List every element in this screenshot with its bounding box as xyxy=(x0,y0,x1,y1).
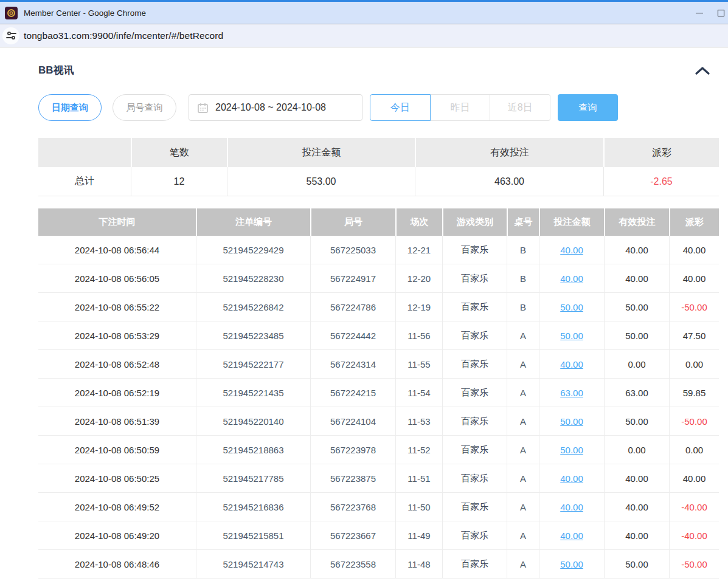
summary-header-valid-bet: 有效投注 xyxy=(415,138,603,167)
cell-game-type: 百家乐 xyxy=(442,407,507,436)
cell-round-id: 567225033 xyxy=(310,236,395,264)
table-row: 2024-10-08 06:53:29 521945223485 5672244… xyxy=(38,321,719,350)
quick-date-segmented-control: 今日 昨日 近8日 xyxy=(370,94,550,121)
cell-valid-bet: 40.00 xyxy=(604,493,669,521)
table-row: 2024-10-08 06:50:25 521945217785 5672238… xyxy=(38,464,719,493)
cell-payout: 40.00 xyxy=(669,464,719,493)
cell-bet-time: 2024-10-08 06:49:20 xyxy=(38,521,196,550)
bet-amount-link[interactable]: 40.00 xyxy=(560,473,583,484)
url-text[interactable]: tongbao31.com:9900/infe/mcenter/#/betRec… xyxy=(24,30,223,41)
last-8-days-segment[interactable]: 近8日 xyxy=(490,94,550,121)
date-query-tab[interactable]: 日期查询 xyxy=(38,94,102,121)
cell-session: 11-49 xyxy=(395,521,442,550)
bet-amount-link[interactable]: 50.00 xyxy=(560,416,583,427)
header-table-no: 桌号 xyxy=(507,208,539,236)
cell-round-id: 567224442 xyxy=(310,321,395,350)
bet-table-header-row: 下注时间 注单编号 局号 场次 游戏类别 桌号 投注金额 有效投注 派彩 xyxy=(38,208,719,236)
minimize-button[interactable] xyxy=(685,2,713,24)
header-bet-amount: 投注金额 xyxy=(539,208,604,236)
summary-bet-amount-value: 553.00 xyxy=(227,167,415,196)
round-query-tab[interactable]: 局号查询 xyxy=(113,94,176,121)
bet-amount-link[interactable]: 40.00 xyxy=(560,273,583,284)
cell-order-id: 521945216836 xyxy=(196,493,310,521)
bet-amount-link[interactable]: 50.00 xyxy=(560,331,583,341)
cell-bet-time: 2024-10-08 06:55:22 xyxy=(38,293,196,321)
cell-table-no: A xyxy=(507,321,539,350)
cell-order-id: 521945222177 xyxy=(196,350,310,379)
cell-game-type: 百家乐 xyxy=(442,493,507,521)
cell-game-type: 百家乐 xyxy=(442,521,507,550)
cell-game-type: 百家乐 xyxy=(442,264,507,293)
maximize-button[interactable] xyxy=(713,2,728,24)
cell-payout: -50.00 xyxy=(669,550,719,579)
bet-amount-link[interactable]: 40.00 xyxy=(560,502,583,512)
table-row: 2024-10-08 06:52:19 521945221435 5672242… xyxy=(38,379,719,407)
date-range-picker[interactable]: 2024-10-08 ~ 2024-10-08 xyxy=(189,94,362,121)
table-row: 2024-10-08 06:48:46 521945214743 5672235… xyxy=(38,550,719,579)
header-payout: 派彩 xyxy=(669,208,719,236)
bet-amount-link[interactable]: 50.00 xyxy=(560,445,583,455)
coin-icon xyxy=(7,9,15,17)
today-segment[interactable]: 今日 xyxy=(370,94,431,121)
header-round-id: 局号 xyxy=(310,208,395,236)
cell-table-no: A xyxy=(507,550,539,579)
cell-payout: 0.00 xyxy=(669,436,719,464)
url-bar[interactable]: tongbao31.com:9900/infe/mcenter/#/betRec… xyxy=(0,24,728,47)
table-row: 2024-10-08 06:50:59 521945218863 5672239… xyxy=(38,436,719,464)
cell-session: 11-53 xyxy=(395,407,442,436)
collapse-chevron-up-icon[interactable] xyxy=(695,66,710,75)
search-button[interactable]: 查询 xyxy=(558,94,618,121)
yesterday-segment[interactable]: 昨日 xyxy=(431,94,491,121)
table-row: 2024-10-08 06:56:05 521945228230 5672249… xyxy=(38,264,719,293)
summary-header-payout: 派彩 xyxy=(603,138,719,167)
cell-game-type: 百家乐 xyxy=(442,436,507,464)
bet-table-body: 2024-10-08 06:56:44 521945229429 5672250… xyxy=(38,236,719,579)
page-title: BB视讯 xyxy=(38,63,74,77)
cell-round-id: 567223875 xyxy=(310,464,395,493)
cell-valid-bet: 50.00 xyxy=(604,550,669,579)
cell-round-id: 567223667 xyxy=(310,521,395,550)
site-settings-button[interactable] xyxy=(2,27,19,44)
cell-valid-bet: 50.00 xyxy=(604,293,669,321)
cell-bet-time: 2024-10-08 06:53:29 xyxy=(38,321,196,350)
cell-payout: 0.00 xyxy=(669,350,719,379)
site-favicon xyxy=(5,7,18,19)
cell-payout: 40.00 xyxy=(669,264,719,293)
table-row: 2024-10-08 06:56:44 521945229429 5672250… xyxy=(38,236,719,264)
summary-header-row: 笔数 投注金额 有效投注 派彩 xyxy=(38,138,719,167)
cell-payout: -40.00 xyxy=(669,521,719,550)
cell-bet-time: 2024-10-08 06:50:25 xyxy=(38,464,196,493)
cell-payout: 47.50 xyxy=(669,321,719,350)
bet-amount-link[interactable]: 40.00 xyxy=(560,359,583,369)
cell-table-no: A xyxy=(507,407,539,436)
header-bet-time: 下注时间 xyxy=(38,208,196,236)
header-order-id: 注单编号 xyxy=(196,208,310,236)
cell-order-id: 521945221435 xyxy=(196,379,310,407)
bet-amount-link[interactable]: 63.00 xyxy=(560,388,583,398)
cell-round-id: 567224917 xyxy=(310,264,395,293)
bet-amount-link[interactable]: 40.00 xyxy=(560,245,583,255)
cell-session: 12-20 xyxy=(395,264,442,293)
cell-table-no: A xyxy=(507,464,539,493)
bet-amount-link[interactable]: 50.00 xyxy=(560,559,583,569)
cell-bet-time: 2024-10-08 06:56:44 xyxy=(38,236,196,264)
bet-amount-link[interactable]: 50.00 xyxy=(560,302,583,312)
cell-session: 11-48 xyxy=(395,550,442,579)
cell-order-id: 521945226842 xyxy=(196,293,310,321)
cell-bet-time: 2024-10-08 06:49:52 xyxy=(38,493,196,521)
cell-bet-time: 2024-10-08 06:48:46 xyxy=(38,550,196,579)
cell-game-type: 百家乐 xyxy=(442,350,507,379)
cell-bet-time: 2024-10-08 06:56:05 xyxy=(38,264,196,293)
summary-count-value: 12 xyxy=(131,167,227,196)
header-session: 场次 xyxy=(395,208,442,236)
cell-valid-bet: 0.00 xyxy=(604,350,669,379)
date-range-value: 2024-10-08 ~ 2024-10-08 xyxy=(215,102,326,113)
table-row: 2024-10-08 06:49:52 521945216836 5672237… xyxy=(38,493,719,521)
cell-game-type: 百家乐 xyxy=(442,236,507,264)
cell-game-type: 百家乐 xyxy=(442,464,507,493)
cell-order-id: 521945218863 xyxy=(196,436,310,464)
cell-round-id: 567223768 xyxy=(310,493,395,521)
bet-amount-link[interactable]: 40.00 xyxy=(560,531,583,541)
window-titlebar: Member Center - Google Chrome xyxy=(0,0,728,24)
cell-round-id: 567224215 xyxy=(310,379,395,407)
